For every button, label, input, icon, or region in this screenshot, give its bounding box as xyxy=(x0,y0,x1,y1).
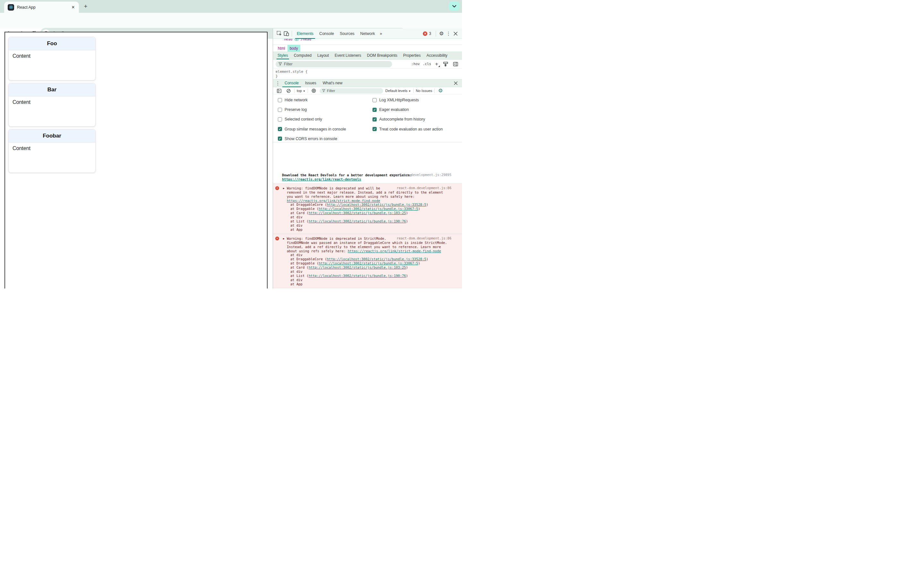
card[interactable]: FoobarContent xyxy=(8,129,95,173)
dom-ellipsis-pill[interactable]: … xyxy=(294,39,299,41)
tab-close-icon[interactable]: ✕ xyxy=(71,5,76,10)
console-setting[interactable]: ✓Group similar messages in console xyxy=(278,126,346,132)
inspect-element-icon[interactable] xyxy=(276,30,283,37)
breadcrumb-body[interactable]: body xyxy=(288,45,300,52)
checkbox-checked-icon[interactable]: ✓ xyxy=(373,127,376,131)
drawer-tab-issues[interactable]: Issues xyxy=(302,79,320,87)
tab-dom-breakpoints[interactable]: DOM Breakpoints xyxy=(365,52,400,59)
message-source-link[interactable]: react-dom.development.js:29895 xyxy=(391,173,451,177)
console-setting-label: Log XMLHttpRequests xyxy=(379,98,419,102)
stack-frame-link[interactable]: http://localhost:3002/static/js/bundle.j… xyxy=(309,266,406,269)
console-sidebar-icon[interactable] xyxy=(276,87,283,94)
context-selector[interactable]: top▼ xyxy=(297,89,305,93)
tab-event-listeners[interactable]: Event Listeners xyxy=(332,52,364,59)
live-expression-eye-icon[interactable] xyxy=(310,87,317,94)
stack-frame: at div xyxy=(287,223,451,227)
message-line: removed in the next major release. Inste… xyxy=(287,190,451,195)
card[interactable]: BarContent xyxy=(8,83,95,127)
tab-sources[interactable]: Sources xyxy=(337,29,357,39)
styles-filter-input[interactable]: Filter xyxy=(276,61,392,67)
stack-frame-link[interactable]: http://localhost:3002/static/js/bundle.j… xyxy=(309,211,406,215)
checkbox-checked-icon[interactable]: ✓ xyxy=(278,127,282,131)
console-setting[interactable]: Log XMLHttpRequests xyxy=(373,97,419,103)
tab-console[interactable]: Console xyxy=(317,29,337,39)
error-count-badge[interactable]: ✕ 3 xyxy=(423,31,431,36)
tab-elements[interactable]: Elements xyxy=(294,29,317,39)
stack-frame: at Draggable (http://localhost:3002/stat… xyxy=(287,261,451,266)
message-link[interactable]: https://reactjs.org/link/react-devtools xyxy=(282,177,361,181)
stack-frame: at Card (http://localhost:3002/static/js… xyxy=(287,266,451,269)
card-title-header[interactable]: Bar xyxy=(9,83,95,97)
element-style-block[interactable]: element.style { } xyxy=(273,68,462,79)
stack-frame-link[interactable]: http://localhost:3002/static/js/bundle.j… xyxy=(327,203,426,206)
stack-frame-link[interactable]: http://localhost:3002/static/js/bundle.j… xyxy=(319,261,418,265)
tab-accessibility[interactable]: Accessibility xyxy=(424,52,450,59)
funnel-icon xyxy=(322,89,325,92)
card-title: Bar xyxy=(47,87,57,93)
funnel-icon xyxy=(278,62,282,66)
stack-frame-link[interactable]: http://localhost:3002/static/js/bundle.j… xyxy=(327,257,426,261)
hov-toggle[interactable]: :hov xyxy=(411,62,420,66)
checkbox-checked-icon[interactable]: ✓ xyxy=(278,137,282,141)
console-message-error[interactable]: react-dom.development.js:86✕▶Warning: fi… xyxy=(273,234,462,288)
checkbox-unchecked-icon[interactable] xyxy=(278,117,282,121)
breadcrumb-html[interactable]: html xyxy=(276,45,288,52)
tab-styles[interactable]: Styles xyxy=(275,52,291,59)
checkbox-unchecked-icon[interactable] xyxy=(278,108,282,112)
drawer-kebab-icon[interactable]: ⋮ xyxy=(274,80,281,87)
new-tab-button[interactable]: + xyxy=(82,3,89,10)
styles-filter-row: Filter :hov .cls + xyxy=(273,60,462,68)
stack-frame-link[interactable]: http://localhost:3002/static/js/bundle.j… xyxy=(309,219,406,223)
card-title-header[interactable]: Foo xyxy=(9,37,95,50)
message-source-link[interactable]: react-dom.development.js:86 xyxy=(397,186,451,190)
checkbox-checked-icon[interactable]: ✓ xyxy=(373,108,376,112)
console-message-info[interactable]: react-dom.development.js:29895Download t… xyxy=(273,171,462,183)
tab-properties[interactable]: Properties xyxy=(401,52,423,59)
checkbox-unchecked-icon[interactable] xyxy=(278,98,282,102)
message-link[interactable]: https://reactjs.org/link/strict-mode-fin… xyxy=(287,199,380,203)
clear-console-icon[interactable] xyxy=(285,87,292,94)
message-link[interactable]: https://reactjs.org/link/strict-mode-fin… xyxy=(348,249,441,253)
stack-frame-link[interactable]: http://localhost:3002/static/js/bundle.j… xyxy=(319,207,418,211)
tab-layout[interactable]: Layout xyxy=(315,52,331,59)
drawer-tab-console[interactable]: Console xyxy=(281,79,302,87)
console-setting[interactable]: ✓Treat code evaluation as user action xyxy=(373,126,443,132)
stack-frame-link[interactable]: http://localhost:3002/static/js/bundle.j… xyxy=(309,274,406,277)
device-toolbar-icon[interactable] xyxy=(283,30,290,37)
cls-toggle[interactable]: .cls xyxy=(423,62,431,66)
tab-computed[interactable]: Computed xyxy=(291,52,314,59)
devtools-close-icon[interactable] xyxy=(452,30,459,37)
console-setting[interactable]: ✓Show CORS errors in console xyxy=(278,135,337,142)
expand-triangle-icon[interactable]: ▶ xyxy=(283,187,284,191)
more-tabs-icon[interactable]: » xyxy=(378,31,384,36)
browser-tab[interactable]: React App ✕ xyxy=(4,2,79,13)
drawer-tab-what-s-new[interactable]: What's new xyxy=(320,79,346,87)
devtools-menu-kebab-icon[interactable]: ⋮ xyxy=(445,30,452,37)
log-levels-dropdown[interactable]: Default levels▼ xyxy=(385,89,411,93)
drawer-close-icon[interactable] xyxy=(452,80,459,87)
console-setting[interactable]: ✓Eager evaluation xyxy=(373,106,409,113)
checkbox-unchecked-icon[interactable] xyxy=(373,98,376,102)
message-source-link[interactable]: react-dom.development.js:86 xyxy=(397,236,451,240)
console-setting[interactable]: Preserve log xyxy=(278,106,307,113)
console-message-error[interactable]: react-dom.development.js:86✕▶Warning: fi… xyxy=(273,184,462,234)
console-setting[interactable]: Hide network xyxy=(278,97,308,103)
issues-counter[interactable]: No Issues xyxy=(416,89,432,93)
checkbox-checked-icon[interactable]: ✓ xyxy=(373,117,376,121)
tab-network[interactable]: Network xyxy=(357,29,378,39)
console-setting[interactable]: Selected context only xyxy=(278,116,322,122)
console-setting[interactable]: ✓Autocomplete from history xyxy=(373,116,425,122)
console-filter-input[interactable]: Filter xyxy=(320,88,383,93)
devtools-settings-gear-icon[interactable]: ⚙ xyxy=(438,30,445,37)
message-line: Instead, add a ref directly to the eleme… xyxy=(287,245,451,249)
new-style-rule-icon[interactable]: + xyxy=(434,61,439,67)
card-title-header[interactable]: Foobar xyxy=(9,129,95,143)
window-chevron-button[interactable] xyxy=(449,2,460,11)
toggle-sidebar-panel-icon[interactable] xyxy=(452,61,459,68)
console-settings-gear-icon[interactable]: ⚙ xyxy=(437,87,444,94)
expand-triangle-icon[interactable]: ▶ xyxy=(283,237,284,241)
card[interactable]: FooContent xyxy=(8,37,95,81)
error-icon: ✕ xyxy=(275,237,279,240)
dom-tree-clipped[interactable]: head … /head xyxy=(273,39,462,45)
brush-rendering-icon[interactable] xyxy=(442,61,449,68)
